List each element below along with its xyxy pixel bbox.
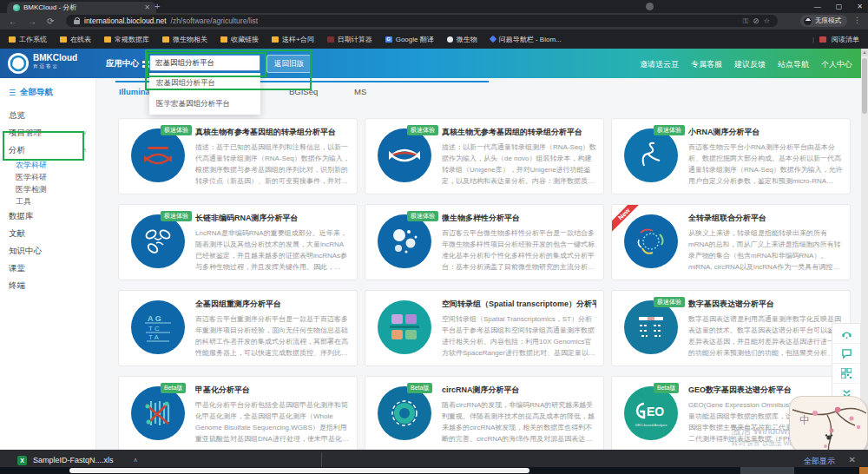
header-link-feedback[interactable]: 建议反馈 [734,59,766,70]
qrcode-icon[interactable] [832,364,860,384]
page-scrollbar[interactable]: ▲ [861,49,868,450]
close-window-button[interactable]: ✕ [857,3,863,10]
old-version-button[interactable]: 返回旧版 [266,55,312,73]
bookmark-item[interactable]: 问题导航栏 - Biom... [490,35,562,44]
geo-icon: EO GEO-based Analysis [624,386,678,440]
sidebar-item-projects[interactable]: 项目管理∨ [0,124,95,142]
back-icon[interactable]: ← [9,16,17,26]
taskbar-strip [0,467,868,474]
sidebar-item-knowledge[interactable]: 知识中心 [0,242,95,260]
chevron-up-icon[interactable]: ∧ [134,457,138,464]
taskbar-grey-segment [740,467,794,474]
tab-bgiseq[interactable]: BGISeq [289,87,318,96]
reload-icon[interactable]: ⟳ [47,16,54,26]
password-key-icon[interactable]: ⚿ [743,16,748,26]
card-methylation[interactable]: Beta版 甲基化分析平台甲基化分析平台分析包括全基因组甲基化测序和简化甲基化测… [118,376,358,452]
card-small-rna[interactable]: 极速体验 小RNA测序分析平台百迈客生物云平台小RNA测序分析平台由基本分析、数… [611,118,851,194]
sidebar-item-analysis[interactable]: 分析∧ [0,142,95,159]
fast-trial-badge: 极速体验 [407,211,438,221]
sidebar-item-terminal[interactable]: 终端 [0,277,95,294]
collapse-chevrons-icon[interactable] [832,384,860,403]
header-link-invite[interactable]: 邀请送云豆 [640,59,679,70]
reading-list[interactable]: | 阅读清单 [812,35,859,44]
card-whole-transcriptome[interactable]: New 全转录组联合分析平台从狭义上来讲，转录组是指能转录出来的所有mRNA的总… [611,204,851,280]
taskbar-light-segment [69,468,529,473]
fast-trial-badge: 极速体验 [654,297,685,307]
card-microbial-diversity[interactable]: 极速体验 微生物多样性分析平台百迈客云平台微生物多样性分析平台是一款结合多年微生… [365,204,604,280]
card-spatial-transcriptome[interactable]: 空间转录组（Spatial transcriptome）分析平台空间转录组（Sp… [365,290,604,366]
sidebar-item-database[interactable]: 数据库 [0,207,95,225]
sidebar-item-agri-research[interactable]: 农学科研 [0,159,95,171]
tab-illumina[interactable]: Illumina [119,87,150,96]
sidebar-all-nav[interactable]: ☰ 全部导航 [0,78,95,107]
fast-trial-badge: 极速体验 [407,125,438,135]
calendar-icon [327,36,334,43]
url-host: international.biocloud.net [84,16,167,25]
tab-search-icon[interactable] [646,3,654,10]
sidebar-item-literature[interactable]: 文献 [0,225,95,242]
app-center-menu[interactable]: 应用中心 [106,58,149,69]
sidebar-item-tools[interactable]: 工具 [0,195,95,207]
windows-watermark: 激活 Windows 转到“设置”以激活 Windows。 [732,425,817,448]
header-link-profile[interactable]: 个人中心 [821,59,852,70]
shelf-divider [321,452,322,467]
download-shelf: X SampleID-FastqN....xls ∧ 全部显示 ✕ [0,450,868,474]
card-resequencing[interactable]: A GT CT A 全基因组重测序分析平台百迈客云平台重测序分析平台是一款基于百… [118,290,358,366]
header-link-support[interactable]: 专属客服 [691,59,722,70]
bookmark-item[interactable]: 微生物 [447,35,477,44]
suggestion-item[interactable]: 宏基因组分析平台 [149,73,260,94]
maximize-button[interactable]: ▢ [836,3,843,10]
bookmark-item[interactable]: 微生物相关 [162,35,207,44]
address-bar[interactable]: international.biocloud.net /zh/software/… [66,15,778,27]
bookmark-star-icon[interactable]: ☆ [763,16,770,25]
tab-close-icon[interactable]: ✕ [144,3,150,11]
bookmark-item[interactable]: 送样+合同 [272,35,314,44]
chevron-up-icon: ∧ [82,147,87,154]
eye-off-icon[interactable]: ⊘ [753,16,759,25]
fast-trial-badge: 极速体验 [161,211,192,221]
card-denovo-transcriptome[interactable]: 极速体验 真核生物无参考基因组的转录组分析平台描述：以新一代高通量转录组测序（R… [365,118,604,194]
bookmark-item[interactable]: 在线表 [60,35,91,44]
forward-icon[interactable]: → [28,16,36,26]
customer-service-icon[interactable] [832,324,860,344]
card-ref-transcriptome[interactable]: 极速体验 真核生物有参考基因组的转录组分析平台描述：基于已知的基因组序列和注释信… [118,118,358,194]
multi-rna-icon [624,214,678,268]
sidebar-item-overview[interactable]: 总览 [0,107,95,124]
shelf-close-icon[interactable]: ✕ [849,455,856,464]
downloaded-file-chip[interactable]: X SampleID-FastqN....xls ∧ [17,453,138,467]
chat-icon[interactable] [832,344,860,364]
browser-tab[interactable]: BMKCloud - 分析 ✕ [7,2,156,13]
fast-trial-badge: 极速体验 [654,125,685,135]
fish-rna-icon [131,128,185,182]
svg-text:A G: A G [148,314,161,323]
bookmark-item[interactable]: 收藏链接 [220,35,259,44]
card-circrna[interactable]: Beta版 circRNA测序分析平台随着circRNA的发现，非编码RNA的研… [365,376,604,452]
menu-icon: ☰ [9,89,16,97]
scrollbar-thumb[interactable] [862,58,867,114]
folder-icon [162,36,169,43]
browser-menu-icon[interactable]: ⋮ [853,16,861,24]
folder-icon [272,36,279,43]
header-link-sitemap[interactable]: 站点导航 [778,59,809,70]
bookmark-item[interactable]: 常规数据库 [104,35,149,44]
suggestion-item[interactable]: 医学宏基因组分析平台 [149,94,260,115]
card-dge[interactable]: 极速体验 数字基因表达谱分析平台数字基因表达谱是利用高通量测序数字化反映基因表达… [611,290,851,366]
sidebar-item-medical-test[interactable]: 医学检测 [0,183,95,195]
new-tab-button[interactable]: + [155,1,160,11]
beta-badge: Beta版 [654,383,679,393]
browser-url-bar: ← → ⟳ international.biocloud.net /zh/sof… [0,13,868,30]
sidebar-item-classroom[interactable]: 课堂 [0,260,95,277]
show-all-downloads-button[interactable]: 全部显示 [804,456,835,467]
genome-letters-icon: A GT CT A [131,300,185,354]
platform-search-input[interactable] [149,55,260,71]
bookmark-item[interactable]: GGoogle 翻译 [385,35,434,44]
bmkcloud-logo-icon[interactable] [8,53,29,74]
tab-ms[interactable]: MS [354,87,366,96]
bookmark-item[interactable]: 工作系统 [9,35,47,44]
card-lncrna[interactable]: 极速体验 长链非编码RNA测序分析平台LncRNA是非编码RNA的重要组成部分。… [118,204,358,280]
minimize-button[interactable]: — [814,3,821,10]
beta-badge: Beta版 [407,383,432,393]
sidebar-item-medical-research[interactable]: 医学科研 [0,171,95,183]
scroll-up-arrow-icon[interactable]: ▲ [861,49,868,56]
bookmark-item[interactable]: 日期计算器 [327,35,372,44]
